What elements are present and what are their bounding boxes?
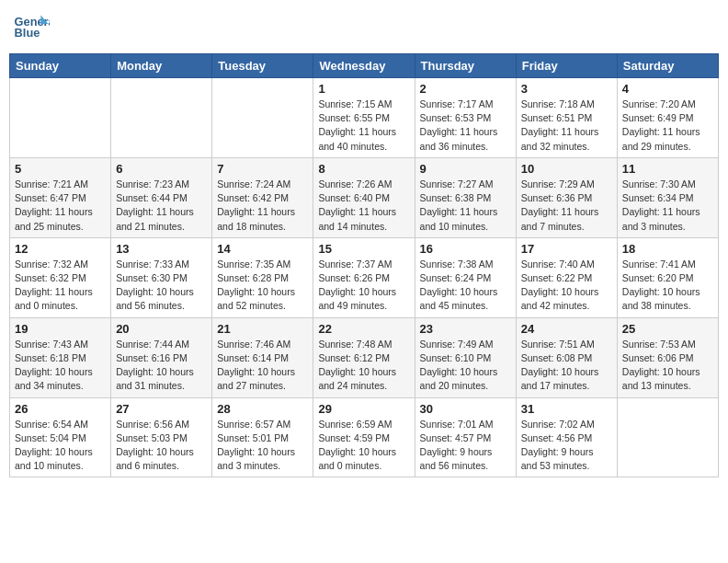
calendar-cell: 18Sunrise: 7:41 AM Sunset: 6:20 PM Dayli… (617, 237, 718, 317)
day-info: Sunrise: 7:37 AM Sunset: 6:26 PM Dayligh… (318, 258, 409, 314)
svg-text:Blue: Blue (15, 26, 40, 40)
day-info: Sunrise: 7:35 AM Sunset: 6:28 PM Dayligh… (217, 258, 308, 314)
day-info: Sunrise: 6:59 AM Sunset: 4:59 PM Dayligh… (318, 418, 409, 474)
day-number: 7 (217, 162, 308, 176)
calendar-cell: 10Sunrise: 7:29 AM Sunset: 6:36 PM Dayli… (516, 157, 617, 237)
day-number: 26 (15, 402, 106, 416)
day-number: 27 (116, 402, 207, 416)
day-info: Sunrise: 7:32 AM Sunset: 6:32 PM Dayligh… (15, 258, 106, 314)
day-number: 12 (15, 242, 106, 256)
weekday-header-saturday: Saturday (617, 54, 718, 78)
day-number: 13 (116, 242, 207, 256)
day-info: Sunrise: 7:41 AM Sunset: 6:20 PM Dayligh… (622, 258, 713, 314)
day-number: 18 (622, 242, 713, 256)
day-info: Sunrise: 7:43 AM Sunset: 6:18 PM Dayligh… (15, 338, 106, 394)
day-info: Sunrise: 7:44 AM Sunset: 6:16 PM Dayligh… (116, 338, 207, 394)
day-info: Sunrise: 7:01 AM Sunset: 4:57 PM Dayligh… (420, 418, 511, 474)
calendar-week-row: 1Sunrise: 7:15 AM Sunset: 6:55 PM Daylig… (10, 78, 719, 158)
calendar-cell: 16Sunrise: 7:38 AM Sunset: 6:24 PM Dayli… (415, 237, 516, 317)
day-number: 23 (420, 322, 511, 336)
day-info: Sunrise: 7:49 AM Sunset: 6:10 PM Dayligh… (420, 338, 511, 394)
calendar-cell: 25Sunrise: 7:53 AM Sunset: 6:06 PM Dayli… (617, 317, 718, 397)
calendar-week-row: 26Sunrise: 6:54 AM Sunset: 5:04 PM Dayli… (10, 397, 719, 477)
day-number: 6 (116, 162, 207, 176)
weekday-header-friday: Friday (516, 54, 617, 78)
day-info: Sunrise: 6:57 AM Sunset: 5:01 PM Dayligh… (217, 418, 308, 474)
calendar-cell: 19Sunrise: 7:43 AM Sunset: 6:18 PM Dayli… (10, 317, 111, 397)
day-info: Sunrise: 7:20 AM Sunset: 6:49 PM Dayligh… (622, 98, 713, 154)
calendar-cell (10, 78, 111, 158)
calendar-cell: 31Sunrise: 7:02 AM Sunset: 4:56 PM Dayli… (516, 397, 617, 477)
calendar-cell: 12Sunrise: 7:32 AM Sunset: 6:32 PM Dayli… (10, 237, 111, 317)
calendar-week-row: 5Sunrise: 7:21 AM Sunset: 6:47 PM Daylig… (10, 157, 719, 237)
day-number: 11 (622, 162, 713, 176)
calendar-cell (212, 78, 313, 158)
calendar-cell: 22Sunrise: 7:48 AM Sunset: 6:12 PM Dayli… (313, 317, 415, 397)
day-info: Sunrise: 7:26 AM Sunset: 6:40 PM Dayligh… (318, 178, 409, 234)
day-number: 24 (521, 322, 612, 336)
calendar-cell: 13Sunrise: 7:33 AM Sunset: 6:30 PM Dayli… (111, 237, 212, 317)
day-info: Sunrise: 7:27 AM Sunset: 6:38 PM Dayligh… (420, 178, 511, 234)
calendar-cell (111, 78, 212, 158)
day-number: 10 (521, 162, 612, 176)
day-info: Sunrise: 6:54 AM Sunset: 5:04 PM Dayligh… (15, 418, 106, 474)
calendar-cell: 28Sunrise: 6:57 AM Sunset: 5:01 PM Dayli… (212, 397, 313, 477)
day-info: Sunrise: 7:33 AM Sunset: 6:30 PM Dayligh… (116, 258, 207, 314)
day-info: Sunrise: 7:38 AM Sunset: 6:24 PM Dayligh… (420, 258, 511, 314)
day-info: Sunrise: 7:18 AM Sunset: 6:51 PM Dayligh… (521, 98, 612, 154)
calendar-cell: 24Sunrise: 7:51 AM Sunset: 6:08 PM Dayli… (516, 317, 617, 397)
calendar-cell: 27Sunrise: 6:56 AM Sunset: 5:03 PM Dayli… (111, 397, 212, 477)
calendar-cell (617, 397, 718, 477)
calendar-cell: 29Sunrise: 6:59 AM Sunset: 4:59 PM Dayli… (313, 397, 415, 477)
day-number: 8 (318, 162, 409, 176)
day-number: 21 (217, 322, 308, 336)
weekday-header-monday: Monday (111, 54, 212, 78)
day-info: Sunrise: 7:53 AM Sunset: 6:06 PM Dayligh… (622, 338, 713, 394)
day-number: 31 (521, 402, 612, 416)
calendar-cell: 9Sunrise: 7:27 AM Sunset: 6:38 PM Daylig… (415, 157, 516, 237)
day-info: Sunrise: 7:24 AM Sunset: 6:42 PM Dayligh… (217, 178, 308, 234)
day-number: 22 (318, 322, 409, 336)
day-info: Sunrise: 7:51 AM Sunset: 6:08 PM Dayligh… (521, 338, 612, 394)
day-info: Sunrise: 7:23 AM Sunset: 6:44 PM Dayligh… (116, 178, 207, 234)
calendar-cell: 23Sunrise: 7:49 AM Sunset: 6:10 PM Dayli… (415, 317, 516, 397)
calendar-cell: 2Sunrise: 7:17 AM Sunset: 6:53 PM Daylig… (415, 78, 516, 158)
day-number: 9 (420, 162, 511, 176)
page-header: General Blue (9, 9, 719, 46)
day-number: 25 (622, 322, 713, 336)
day-number: 4 (622, 82, 713, 96)
day-number: 17 (521, 242, 612, 256)
logo: General Blue (13, 9, 53, 46)
day-number: 20 (116, 322, 207, 336)
day-info: Sunrise: 7:46 AM Sunset: 6:14 PM Dayligh… (217, 338, 308, 394)
calendar-cell: 21Sunrise: 7:46 AM Sunset: 6:14 PM Dayli… (212, 317, 313, 397)
calendar-cell: 1Sunrise: 7:15 AM Sunset: 6:55 PM Daylig… (313, 78, 415, 158)
weekday-header-wednesday: Wednesday (313, 54, 415, 78)
calendar-cell: 14Sunrise: 7:35 AM Sunset: 6:28 PM Dayli… (212, 237, 313, 317)
calendar-cell: 5Sunrise: 7:21 AM Sunset: 6:47 PM Daylig… (10, 157, 111, 237)
day-number: 29 (318, 402, 409, 416)
day-number: 3 (521, 82, 612, 96)
calendar-cell: 4Sunrise: 7:20 AM Sunset: 6:49 PM Daylig… (617, 78, 718, 158)
calendar-cell: 11Sunrise: 7:30 AM Sunset: 6:34 PM Dayli… (617, 157, 718, 237)
day-info: Sunrise: 7:29 AM Sunset: 6:36 PM Dayligh… (521, 178, 612, 234)
day-number: 16 (420, 242, 511, 256)
day-info: Sunrise: 7:02 AM Sunset: 4:56 PM Dayligh… (521, 418, 612, 474)
day-info: Sunrise: 7:48 AM Sunset: 6:12 PM Dayligh… (318, 338, 409, 394)
day-number: 5 (15, 162, 106, 176)
calendar-table: SundayMondayTuesdayWednesdayThursdayFrid… (9, 53, 719, 477)
calendar-header-row: SundayMondayTuesdayWednesdayThursdayFrid… (10, 54, 719, 78)
calendar-cell: 20Sunrise: 7:44 AM Sunset: 6:16 PM Dayli… (111, 317, 212, 397)
day-info: Sunrise: 7:40 AM Sunset: 6:22 PM Dayligh… (521, 258, 612, 314)
calendar-cell: 3Sunrise: 7:18 AM Sunset: 6:51 PM Daylig… (516, 78, 617, 158)
logo-icon: General Blue (13, 9, 50, 46)
weekday-header-tuesday: Tuesday (212, 54, 313, 78)
day-info: Sunrise: 7:30 AM Sunset: 6:34 PM Dayligh… (622, 178, 713, 234)
day-number: 28 (217, 402, 308, 416)
day-number: 14 (217, 242, 308, 256)
calendar-cell: 7Sunrise: 7:24 AM Sunset: 6:42 PM Daylig… (212, 157, 313, 237)
day-info: Sunrise: 6:56 AM Sunset: 5:03 PM Dayligh… (116, 418, 207, 474)
calendar-cell: 17Sunrise: 7:40 AM Sunset: 6:22 PM Dayli… (516, 237, 617, 317)
day-info: Sunrise: 7:17 AM Sunset: 6:53 PM Dayligh… (420, 98, 511, 154)
day-number: 2 (420, 82, 511, 96)
